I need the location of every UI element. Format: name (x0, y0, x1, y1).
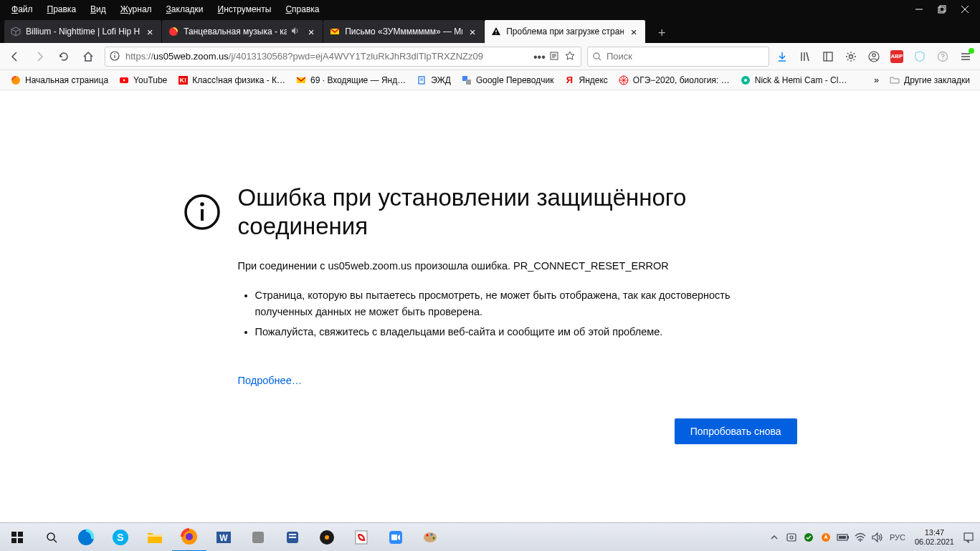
downloads-icon[interactable] (772, 47, 792, 67)
menu-history[interactable]: Журнал (115, 3, 158, 16)
abp-icon[interactable]: ABP (887, 47, 907, 67)
svg-point-80 (325, 535, 329, 540)
bookmark-ejd[interactable]: ЭЖД (411, 72, 455, 88)
sidebar-icon[interactable] (818, 47, 838, 67)
bookmark-physics[interactable]: K!Класс!ная физика - К… (173, 72, 290, 88)
bookmark-mail[interactable]: 69 · Входящие — Янд… (291, 72, 410, 88)
tray-wifi-icon[interactable] (853, 530, 867, 545)
learn-more-link[interactable]: Подробнее… (238, 375, 303, 386)
forward-button[interactable] (29, 46, 50, 67)
shield-icon[interactable] (910, 47, 930, 67)
menu-view[interactable]: Вид (85, 3, 112, 16)
tray-security-icon[interactable] (801, 530, 816, 545)
urlbar[interactable]: https://us05web.zoom.us/j/4013130568?pwd… (105, 47, 581, 67)
tab-close-icon[interactable]: × (628, 26, 639, 37)
page-content: Ошибка при установлении защищённого соед… (0, 90, 980, 522)
back-button[interactable] (4, 46, 26, 67)
error-title: Ошибка при установлении защищённого соед… (238, 183, 797, 240)
search-input[interactable] (606, 51, 764, 62)
svg-point-87 (433, 537, 435, 539)
bookmark-gtranslate[interactable]: Google Переводчик (457, 72, 558, 88)
page-action-dots-icon[interactable]: ••• (533, 51, 545, 62)
reload-button[interactable] (53, 46, 75, 67)
audio-icon[interactable] (291, 27, 301, 37)
tab-2[interactable]: Письмо «ЗУМмммммм» — Ми × (323, 20, 484, 43)
tab-close-icon[interactable]: × (467, 26, 478, 37)
bookmark-star-icon[interactable] (565, 51, 576, 62)
tab-close-icon[interactable]: × (144, 26, 156, 37)
task-edge[interactable] (69, 523, 103, 552)
tray-volume-icon[interactable] (870, 530, 885, 545)
help-icon[interactable] (933, 47, 953, 67)
svg-rect-96 (964, 533, 973, 540)
svg-rect-77 (289, 534, 296, 535)
search-icon (592, 52, 602, 62)
close-button[interactable] (960, 4, 970, 14)
task-paint[interactable] (413, 523, 447, 552)
svg-rect-88 (787, 534, 796, 541)
tab-1[interactable]: Танцевальная музыка - кан × (162, 20, 323, 43)
tray-meet-icon[interactable] (784, 530, 799, 545)
task-search-button[interactable] (34, 523, 69, 552)
menu-tools[interactable]: Инструменты (212, 3, 277, 16)
tab-3-active[interactable]: Проблема при загрузке стран × (485, 20, 645, 43)
tab-close-icon[interactable]: × (305, 26, 317, 37)
tray-avast-icon[interactable] (819, 530, 833, 545)
menu-bookmarks[interactable]: Закладки (161, 3, 209, 16)
task-pdf[interactable] (344, 523, 379, 552)
warning-icon (490, 26, 502, 37)
start-button[interactable] (0, 523, 34, 552)
bookmark-home[interactable]: Начальная страница (6, 72, 113, 88)
home-button[interactable] (77, 46, 99, 67)
bookmarks-overflow-icon[interactable]: » (874, 75, 879, 85)
cube-icon (10, 26, 22, 37)
bookmark-oge[interactable]: ОГЭ−2020, биология: … (614, 72, 734, 88)
tray-battery-icon[interactable] (836, 530, 850, 545)
tray-clock[interactable]: 13:47 06.02.2021 (910, 528, 958, 546)
reader-mode-icon[interactable] (549, 51, 561, 62)
mail-icon (329, 26, 341, 37)
menu-file[interactable]: Файл (6, 3, 39, 16)
task-word[interactable]: W (206, 523, 241, 552)
svg-rect-93 (847, 536, 849, 539)
clock-time: 13:47 (915, 528, 954, 537)
menu-help[interactable]: Справка (280, 3, 325, 16)
tab-0[interactable]: Billium - Nighttime | Lofi Hip H × (4, 20, 161, 43)
tray-chevron-icon[interactable] (767, 530, 781, 545)
youtube-icon (118, 75, 130, 86)
task-app-1[interactable] (241, 523, 275, 552)
new-tab-button[interactable]: + (652, 23, 672, 43)
svg-line-6 (11, 29, 16, 32)
bookmark-cam[interactable]: Nick & Hemi Cam - Cl… (736, 72, 852, 88)
task-zoom[interactable] (379, 523, 413, 552)
info-icon[interactable] (110, 51, 121, 62)
tab-title: Письмо «ЗУМмммммм» — Ми (345, 27, 462, 37)
settings-icon[interactable] (841, 47, 861, 67)
oge-icon (618, 75, 629, 86)
task-skype[interactable]: S (103, 523, 138, 552)
bookmark-yandex[interactable]: ЯЯндекс (559, 72, 612, 88)
minimize-button[interactable] (914, 4, 924, 14)
try-again-button[interactable]: Попробовать снова (675, 418, 797, 444)
hamburger-menu-icon[interactable] (956, 47, 976, 67)
menu-edit[interactable]: Правка (42, 3, 82, 16)
error-list: Страница, которую вы пытаетесь просмотре… (238, 287, 797, 340)
task-app-2[interactable] (275, 523, 310, 552)
task-explorer[interactable] (138, 523, 172, 552)
doc-icon (416, 75, 427, 86)
task-firefox[interactable] (172, 523, 206, 552)
update-badge-icon (969, 48, 974, 54)
bookmark-youtube[interactable]: YouTube (114, 72, 171, 88)
maximize-button[interactable] (937, 4, 947, 14)
bookmark-label: ОГЭ−2020, биология: … (633, 75, 730, 85)
account-icon[interactable] (864, 47, 884, 67)
svg-rect-81 (356, 531, 367, 544)
other-bookmarks[interactable]: Другие закладки (885, 72, 974, 88)
tray-lang[interactable]: РУС (888, 530, 908, 545)
svg-rect-70 (148, 535, 162, 537)
library-icon[interactable] (795, 47, 815, 67)
task-media[interactable] (310, 523, 344, 552)
gtranslate-icon (461, 75, 472, 86)
searchbar[interactable] (587, 47, 769, 67)
tray-notifications-icon[interactable] (961, 530, 976, 545)
